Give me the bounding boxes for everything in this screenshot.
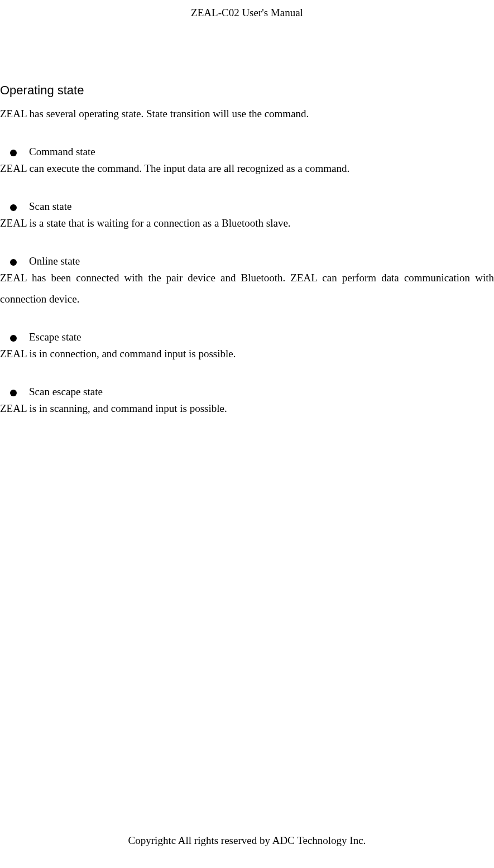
bullet-icon [10, 150, 17, 156]
header-title: ZEAL-C02 User's Manual [191, 7, 303, 18]
list-item: Escape state [0, 331, 494, 343]
item-description: ZEAL is a state that is waiting for a co… [0, 213, 494, 234]
section-intro: ZEAL has several operating state. State … [0, 103, 494, 124]
bullet-icon [10, 259, 17, 266]
page-header: ZEAL-C02 User's Manual [0, 0, 494, 19]
bullet-icon [10, 390, 17, 396]
bullet-icon [10, 204, 17, 211]
item-description: ZEAL has been connected with the pair de… [0, 267, 494, 310]
list-item: Scan escape state [0, 386, 494, 398]
item-description: ZEAL can execute the command. The input … [0, 158, 494, 179]
page-footer: Copyrightc All rights reserved by ADC Te… [0, 835, 494, 847]
item-label: Command state [29, 146, 95, 158]
section-heading: Operating state [0, 83, 494, 98]
item-description: ZEAL is in scanning, and command input i… [0, 398, 494, 419]
item-label: Escape state [29, 331, 81, 343]
list-item: Online state [0, 255, 494, 267]
item-label: Online state [29, 255, 80, 267]
item-label: Scan escape state [29, 386, 103, 398]
list-item: Command state [0, 146, 494, 158]
page-content: Operating state ZEAL has several operati… [0, 19, 494, 419]
copyright-text: Copyrightc All rights reserved by ADC Te… [128, 835, 366, 846]
item-description: ZEAL is in connection, and command input… [0, 343, 494, 365]
bullet-icon [10, 335, 17, 342]
list-item: Scan state [0, 200, 494, 213]
item-label: Scan state [29, 200, 72, 213]
